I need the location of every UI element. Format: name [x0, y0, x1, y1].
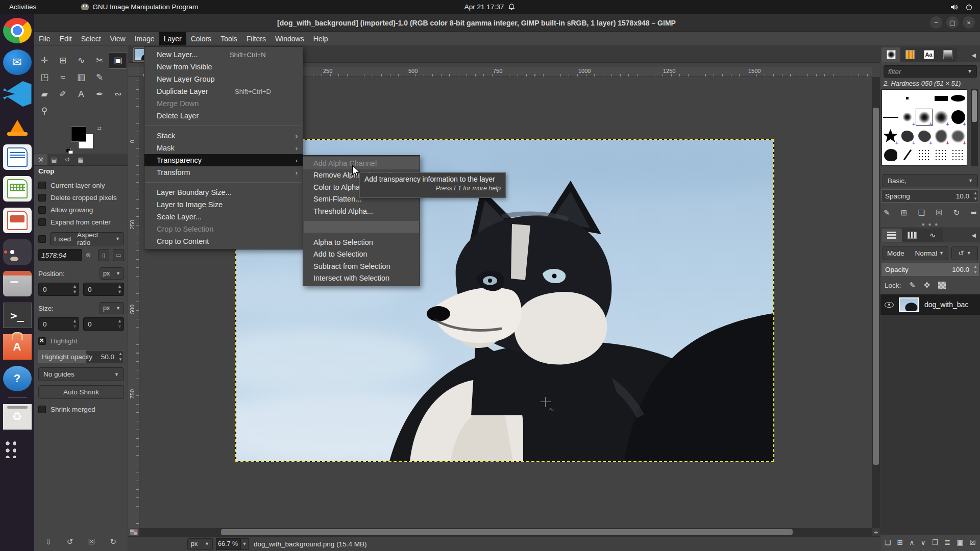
brush-swatch[interactable] [916, 146, 933, 163]
ruler-corner[interactable] [128, 67, 139, 77]
position-x-field[interactable]: 0 ▲▼ [38, 283, 79, 296]
dock-item-vscode[interactable] [3, 81, 32, 107]
menu-item-layer-boundary-size[interactable]: Layer Boundary Size... [144, 186, 303, 198]
menu-item-crop-to-selection[interactable]: Crop to Selection [144, 223, 303, 235]
raise-layer-button[interactable]: ∧ [909, 538, 914, 546]
menu-item-subtract-from-selection[interactable]: Subtract from Selection [303, 260, 420, 272]
brush-swatch[interactable] [933, 146, 950, 163]
dock-item-thunderbird[interactable]: ✉ [3, 49, 32, 75]
menu-item-new-from-visible[interactable]: New from Visible [144, 61, 303, 73]
brush-filter-input[interactable] [884, 66, 976, 77]
tool-scissors[interactable]: ✂ [90, 52, 109, 69]
brush-swatch[interactable] [882, 109, 899, 126]
navigation-button[interactable]: ✛ [872, 528, 880, 536]
brush-swatch[interactable] [916, 128, 933, 144]
tool-warp[interactable]: ≈ [54, 69, 72, 86]
dock-item-terminal[interactable]: >_ [3, 303, 32, 328]
clock[interactable]: Apr 21 17:37 [464, 3, 516, 11]
menu-item-stack[interactable]: Stack › [144, 130, 303, 142]
brush-swatch[interactable] [899, 90, 916, 107]
spinner-arrows[interactable]: ▲▼ [72, 318, 77, 330]
tool-crop[interactable]: ▣ [109, 52, 127, 69]
tab-tool-options[interactable]: ⚒ [34, 154, 47, 165]
checkbox-shrink-merged[interactable] [38, 406, 46, 413]
tab-undo-history[interactable]: ↺ [61, 154, 74, 165]
layer-mode-dropdown[interactable]: Mode Normal ▼ [883, 246, 948, 260]
checkbox[interactable] [38, 194, 46, 202]
brush-swatch[interactable] [899, 146, 916, 163]
menu-item-delete-layer[interactable]: Delete Layer [144, 110, 303, 122]
lock-pixels-icon[interactable]: ✎ [909, 281, 916, 290]
menu-item-layer-to-image-size[interactable]: Layer to Image Size [144, 198, 303, 211]
tool-transform[interactable]: ◳ [35, 69, 54, 86]
layer-mode-switch-button[interactable]: ↺ ▼ [951, 246, 978, 260]
menu-edit[interactable]: Edit [55, 32, 77, 45]
dock-item-files[interactable] [3, 271, 32, 296]
add-mask-button[interactable]: ▣ [957, 538, 963, 546]
dock-item-trash[interactable]: ♻ [3, 404, 32, 430]
highlight-opacity-slider[interactable]: Highlight opacity 50.0 ▲▼ [38, 350, 124, 363]
tool-smudge[interactable]: ∾ [109, 86, 127, 103]
quick-mask-toggle[interactable] [130, 529, 138, 535]
checkbox-expand-from-center[interactable]: Expand from center [38, 216, 124, 228]
brush-swatch[interactable] [933, 128, 950, 144]
vertical-scrollbar[interactable] [872, 77, 880, 528]
menu-item-new-layer[interactable]: New Layer... Shift+Ctrl+N [144, 48, 303, 61]
checkbox-delete-cropped-pixels[interactable]: Delete cropped pixels [38, 191, 124, 204]
volume-icon[interactable] [950, 3, 958, 11]
menu-item-new-layer-group[interactable]: New Layer Group [144, 73, 303, 85]
restore-tool-preset-button[interactable]: ↺ [67, 537, 74, 546]
menu-item-transparency[interactable]: Transparency › [144, 154, 303, 166]
dock-item-show-apps[interactable] [3, 436, 32, 461]
menu-select[interactable]: Select [77, 32, 106, 45]
scrollbar-thumb[interactable] [972, 90, 977, 122]
brush-swatch[interactable] [882, 90, 899, 107]
brush-swatch[interactable] [916, 90, 933, 107]
dock-item-software[interactable]: A [3, 334, 32, 360]
size-width-field[interactable]: 0 ▲▼ [38, 317, 79, 331]
tab-menu-icon[interactable]: ◀ [972, 52, 980, 62]
brush-swatch[interactable] [950, 90, 967, 107]
auto-shrink-button[interactable]: Auto Shrink [38, 385, 124, 399]
spinner-arrows[interactable]: ▲▼ [973, 264, 977, 275]
edit-brush-button[interactable]: ✎ [884, 208, 890, 217]
duplicate-layer-button[interactable]: ❐ [932, 538, 939, 546]
tool-gradient[interactable]: ▥ [72, 69, 90, 86]
dock-item-chrome[interactable] [3, 18, 32, 43]
tab-gradients[interactable] [938, 47, 957, 62]
menu-separator[interactable] [145, 126, 302, 126]
checkbox[interactable] [38, 206, 46, 214]
position-y-field[interactable]: 0 ▲▼ [83, 283, 124, 296]
zoom-dropdown-button[interactable]: ▼ [240, 538, 249, 550]
activities-button[interactable]: Activities [0, 3, 45, 11]
spinner-arrows[interactable]: ▲▼ [973, 190, 977, 202]
default-colors-icon[interactable] [66, 148, 71, 153]
brush-spacing-slider[interactable]: Spacing 10.0 ▲▼ [881, 189, 979, 203]
layer-opacity-slider[interactable]: Opacity 100.0 ▲▼ [881, 263, 979, 276]
brush-swatch[interactable] [882, 128, 899, 144]
spinner-arrows[interactable]: ▲▼ [118, 351, 122, 362]
tab-images[interactable]: ▦ [74, 154, 87, 165]
title-bar[interactable]: [dog_with_background] (imported)-1.0 (RG… [34, 14, 980, 32]
brush-swatch[interactable] [899, 109, 916, 126]
tab-channels[interactable] [902, 229, 922, 242]
tab-fonts[interactable]: Aa [919, 47, 938, 62]
scrollbar-thumb[interactable] [873, 108, 879, 465]
minimize-button[interactable]: − [930, 16, 942, 29]
refresh-brushes-button[interactable]: ↻ [953, 208, 960, 217]
spinner-arrows[interactable]: ▲▼ [117, 318, 122, 330]
portrait-orientation-button[interactable]: ▯ [98, 249, 109, 261]
spinner-arrows[interactable]: ▲▼ [117, 284, 122, 295]
menu-item-merge-down[interactable]: Merge Down [144, 97, 303, 110]
merge-layer-button[interactable]: ≣ [944, 538, 950, 546]
tool-move[interactable]: ✛ [35, 52, 54, 69]
menu-item-scale-layer[interactable]: Scale Layer... [144, 211, 303, 223]
new-layer-group-button[interactable]: ⊞ [897, 538, 903, 546]
menu-help[interactable]: Help [309, 32, 333, 45]
scrollbar-thumb[interactable] [221, 529, 793, 535]
brush-filter-field[interactable]: ▼ [884, 65, 977, 78]
menu-filters[interactable]: Filters [242, 32, 271, 45]
layer-thumbnail[interactable] [899, 297, 919, 312]
open-brush-as-image-button[interactable]: ➥ [970, 208, 977, 217]
restore-button[interactable]: ▢ [946, 16, 959, 29]
